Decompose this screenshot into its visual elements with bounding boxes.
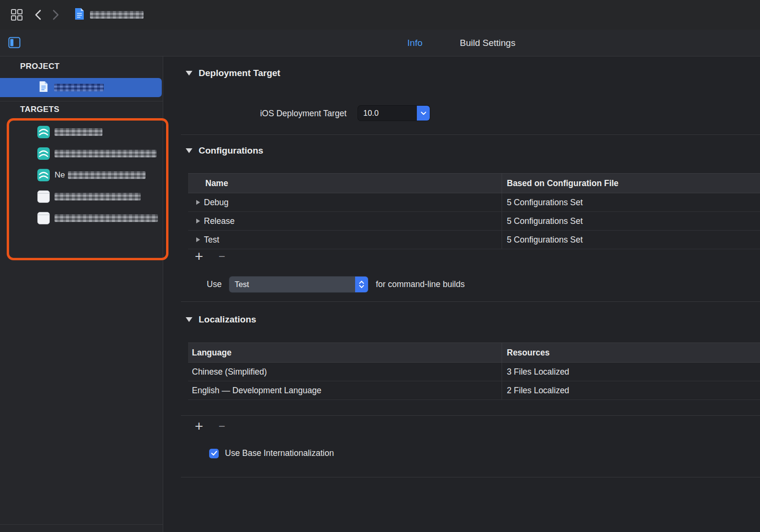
configuration-based-on: 5 Configurations Set <box>502 231 760 249</box>
project-file-icon <box>38 80 49 95</box>
checkmark-icon <box>211 451 217 456</box>
remove-localization-button[interactable]: − <box>219 421 225 432</box>
disclosure-down-icon[interactable] <box>186 148 192 153</box>
target-row-5[interactable] <box>0 207 163 229</box>
language-resources: 3 Files Localized <box>502 363 760 381</box>
toolbar <box>0 0 760 30</box>
target-app-icon-teal <box>37 126 50 138</box>
table-row-test[interactable]: Test 5 Configurations Set <box>188 231 760 249</box>
target-app-icon-white <box>37 212 50 224</box>
configurations-table-header: Name Based on Configuration File <box>188 173 760 193</box>
breadcrumb-project-name-redacted <box>90 11 144 19</box>
configurations-add-remove: + − <box>195 250 225 263</box>
navigator-toggle-icon[interactable] <box>8 37 21 51</box>
column-header-name: Name <box>188 174 502 193</box>
project-file-icon <box>74 7 85 23</box>
sidebar-bottom-divider <box>0 524 163 525</box>
tab-info[interactable]: Info <box>407 38 423 48</box>
base-internationalization-row: Use Base Internationalization <box>209 448 334 458</box>
tab-build-settings[interactable]: Build Settings <box>460 38 515 48</box>
target-row-4[interactable] <box>0 186 163 207</box>
column-header-language: Language <box>188 343 502 362</box>
related-items-grid-icon[interactable] <box>9 7 25 23</box>
base-internationalization-label: Use Base Internationalization <box>225 448 334 458</box>
targets-list: Ne <box>0 121 163 229</box>
popup-value: Test <box>229 277 355 292</box>
popup-value: 10.0 <box>358 106 417 121</box>
back-icon[interactable] <box>31 7 47 23</box>
table-bottom-separator <box>181 415 760 416</box>
language-name: Chinese (Simplified) <box>188 363 502 381</box>
stepper-up-down-icon <box>355 277 368 292</box>
target-app-icon-teal <box>37 169 50 181</box>
column-header-resources: Resources <box>502 343 760 362</box>
add-localization-button[interactable]: + <box>195 420 203 432</box>
section-separator <box>181 134 760 135</box>
command-line-configuration-popup[interactable]: Test <box>229 277 368 292</box>
disclosure-down-icon[interactable] <box>186 71 192 76</box>
base-internationalization-checkbox[interactable] <box>209 449 219 458</box>
configuration-name: Debug <box>204 198 229 208</box>
project-row-selected[interactable] <box>0 78 162 97</box>
disclosure-right-icon[interactable] <box>196 200 200 205</box>
command-line-builds-suffix: for command-line builds <box>376 279 465 289</box>
ios-deployment-target-popup[interactable]: 10.0 <box>358 106 430 121</box>
configuration-based-on: 5 Configurations Set <box>502 193 760 211</box>
target-name-redacted <box>55 128 102 136</box>
breadcrumb[interactable] <box>74 7 144 23</box>
section-title: Configurations <box>199 145 263 156</box>
targets-section-header: TARGETS <box>20 105 59 114</box>
configuration-based-on: 5 Configurations Set <box>502 212 760 230</box>
section-title: Deployment Target <box>199 68 280 78</box>
table-row-chinese[interactable]: Chinese (Simplified) 3 Files Localized <box>188 363 760 381</box>
sidebar-divider <box>0 101 163 101</box>
table-row-debug[interactable]: Debug 5 Configurations Set <box>188 193 760 212</box>
localizations-table: Language Resources Chinese (Simplified) … <box>188 343 760 400</box>
target-app-icon-white <box>37 190 50 203</box>
language-name: English — Development Language <box>188 381 502 399</box>
table-row-english[interactable]: English — Development Language 2 Files L… <box>188 381 760 400</box>
editor-tabs: Info Build Settings <box>163 30 760 56</box>
target-row-2[interactable] <box>0 143 163 164</box>
target-name-redacted <box>55 214 158 222</box>
target-row-3[interactable]: Ne <box>0 164 163 186</box>
project-section-header: PROJECT <box>20 62 59 71</box>
disclosure-right-icon[interactable] <box>196 219 200 223</box>
xcode-project-editor-window: Info Build Settings PROJECT TARGETS <box>0 0 760 532</box>
remove-configuration-button[interactable]: − <box>219 251 225 262</box>
configurations-section-header: Configurations <box>186 145 263 156</box>
configuration-name: Release <box>204 216 235 226</box>
disclosure-right-icon[interactable] <box>196 237 200 242</box>
use-label: Use <box>207 279 222 289</box>
forward-icon[interactable] <box>47 7 63 23</box>
configurations-table: Name Based on Configuration File Debug 5… <box>188 173 760 249</box>
target-row-1[interactable] <box>0 121 163 143</box>
target-name-redacted <box>68 171 145 179</box>
command-line-builds-row: Use Test for command-line builds <box>207 277 465 292</box>
deployment-target-section-header: Deployment Target <box>186 68 280 78</box>
section-separator <box>181 477 760 477</box>
target-app-icon-teal <box>37 147 50 160</box>
project-targets-sidebar: PROJECT TARGETS <box>0 56 163 532</box>
project-info-pane: Deployment Target iOS Deployment Target … <box>163 56 760 532</box>
column-header-based-on: Based on Configuration File <box>502 174 760 193</box>
localizations-table-header: Language Resources <box>188 343 760 363</box>
add-configuration-button[interactable]: + <box>195 250 203 263</box>
localizations-section-header: Localizations <box>186 314 256 325</box>
section-title: Localizations <box>199 314 256 325</box>
target-name-prefix: Ne <box>55 170 65 180</box>
disclosure-down-icon[interactable] <box>186 317 192 322</box>
target-name-redacted <box>55 150 156 157</box>
ios-deployment-target-label: iOS Deployment Target <box>232 109 346 119</box>
project-name-redacted <box>54 84 104 91</box>
editor-tab-bar: Info Build Settings <box>0 30 760 56</box>
table-row-release[interactable]: Release 5 Configurations Set <box>188 212 760 231</box>
language-resources: 2 Files Localized <box>502 381 760 399</box>
configuration-name: Test <box>204 235 219 245</box>
target-name-redacted <box>55 193 141 200</box>
chevron-down-icon <box>417 106 430 121</box>
section-separator <box>181 301 760 302</box>
localizations-add-remove: + − <box>195 420 225 432</box>
